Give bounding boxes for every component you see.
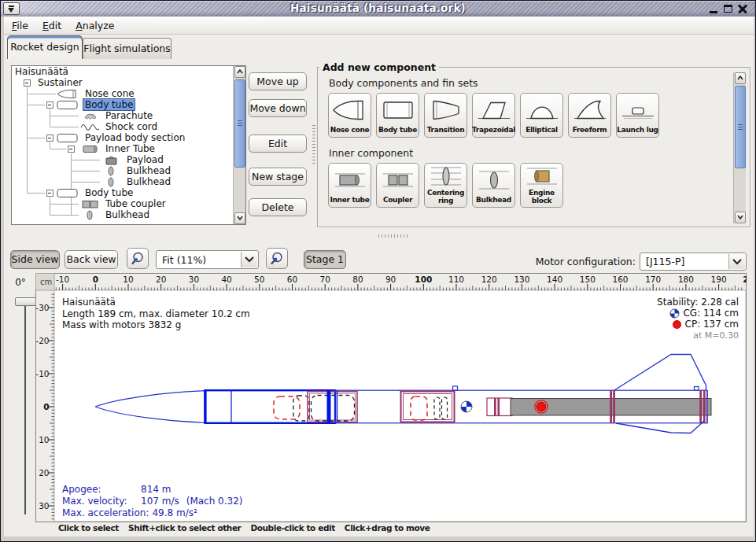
tree-item-shock-cord[interactable]: Shock cord <box>12 121 234 132</box>
tree-scrollbar-thumb[interactable] <box>234 79 245 168</box>
bulkhead-sm-icon <box>79 210 101 220</box>
tree-scrollbar[interactable] <box>233 66 245 224</box>
tree-item-bulkhead[interactable]: Bulkhead <box>12 176 234 187</box>
tree-item-body-tube[interactable]: Body tube <box>12 99 234 110</box>
zoom-level-combo[interactable]: Fit (11%) <box>156 250 259 269</box>
chevron-down-icon[interactable] <box>241 252 257 267</box>
maximize-button[interactable] <box>721 1 735 17</box>
tree-item-haisun-t-[interactable]: Haisunäätä <box>12 66 234 77</box>
component-button-launch-lug[interactable]: Launch lug <box>616 93 659 138</box>
move-down-button[interactable]: Move down <box>249 99 307 117</box>
component-tree-panel: HaisunäätäSustainerNose coneBody tubePar… <box>11 65 246 225</box>
side-view-button[interactable]: Side view <box>10 250 60 269</box>
flight-stat-value: 107 m/s <box>141 496 179 507</box>
expand-collapse-box[interactable] <box>24 79 31 87</box>
tree-item-inner-tube[interactable]: Inner Tube <box>12 143 234 154</box>
tab-rocket-design[interactable]: Rocket design <box>7 35 83 59</box>
tree-item-label: Shock cord <box>104 121 159 132</box>
component-button-inner-tube[interactable]: Inner tube <box>328 163 371 208</box>
menu-analyze[interactable]: Analyze <box>68 17 121 31</box>
delete-button[interactable]: Delete <box>249 198 307 216</box>
scroll-up-button[interactable] <box>735 72 746 84</box>
component-button-body-tube[interactable]: Body tube <box>376 93 419 138</box>
transition-icon <box>428 94 464 126</box>
tab-flight-simulations[interactable]: Flight simulations <box>83 38 171 59</box>
nose-cone-sm-icon <box>57 89 79 99</box>
svg-text:-10: -10 <box>35 369 49 378</box>
expand-collapse-box[interactable] <box>68 146 75 153</box>
expand-collapse-box[interactable] <box>46 135 53 142</box>
move-up-button[interactable]: Move up <box>249 72 307 90</box>
component-button-freeform[interactable]: Freeform <box>568 93 611 138</box>
scroll-down-button[interactable] <box>735 212 746 223</box>
expand-collapse-box[interactable] <box>46 101 53 109</box>
rotation-slider-thumb[interactable] <box>15 297 36 306</box>
component-button-transition[interactable]: Transition <box>424 93 467 138</box>
palette-scrollbar[interactable] <box>733 72 746 223</box>
stability-value: Stability: 2.28 cal <box>657 297 739 308</box>
section-label: Body components and fin sets <box>329 77 750 89</box>
tree-item-payload[interactable]: Payload <box>12 154 234 165</box>
svg-text:-10: -10 <box>56 275 69 284</box>
inner-tube-icon <box>332 164 368 196</box>
component-button-bulkhead[interactable]: Bulkhead <box>472 163 515 208</box>
svg-text:10: 10 <box>123 275 133 284</box>
motor-configuration-combo[interactable]: [J115-P] <box>640 253 747 271</box>
menu-file[interactable]: File <box>5 17 35 31</box>
svg-text:110: 110 <box>448 275 464 284</box>
tree-item-label: Bulkhead <box>125 165 172 176</box>
svg-text:200: 200 <box>743 275 747 284</box>
scroll-up-button[interactable] <box>234 66 245 78</box>
cg-icon <box>669 308 680 319</box>
tree-item-label: Payload body section <box>83 132 186 143</box>
component-button-elliptical[interactable]: Elliptical <box>520 93 563 138</box>
minimize-button[interactable] <box>707 1 721 17</box>
component-button-trapezoidal[interactable]: Trapezoidal <box>472 93 515 138</box>
svg-text:150: 150 <box>580 275 596 284</box>
tree-item-bulkhead[interactable]: Bulkhead <box>12 209 234 220</box>
back-view-button[interactable]: Back view <box>65 250 118 269</box>
svg-text:20: 20 <box>156 275 166 284</box>
titlebar[interactable]: Haisunäätä (haisunaata.ork) <box>1 1 755 17</box>
component-button-nose-cone[interactable]: Nose cone <box>328 93 371 138</box>
zoom-out-button[interactable] <box>127 248 149 269</box>
tree-item-sustainer[interactable]: Sustainer <box>12 77 234 88</box>
edit-button[interactable]: Edit <box>249 135 307 153</box>
tree-item-tube-coupler[interactable]: Tube coupler <box>12 198 234 209</box>
new-stage-button[interactable]: New stage <box>249 168 307 186</box>
stage-1-button[interactable]: Stage 1 <box>304 250 346 269</box>
tree-item-parachute[interactable]: Parachute <box>12 110 234 121</box>
tree-item-label: Inner Tube <box>104 143 157 154</box>
component-button-coupler[interactable]: Coupler <box>376 163 419 208</box>
svg-text:160: 160 <box>612 275 628 284</box>
rotation-slider-track[interactable] <box>24 306 26 514</box>
trapezoidal-icon <box>476 94 512 126</box>
tree-item-body-tube[interactable]: Body tube <box>12 187 234 198</box>
add-component-groupbox: Body components and fin setsNose coneBod… <box>317 67 750 227</box>
svg-text:-20: -20 <box>35 336 49 345</box>
palette-scrollbar-thumb[interactable] <box>735 86 746 168</box>
tree-item-label: Nose cone <box>83 88 136 99</box>
expand-collapse-box[interactable] <box>46 190 53 197</box>
zoom-in-button[interactable] <box>266 248 288 269</box>
section-label: Inner component <box>329 147 750 159</box>
bulkhead-sm-icon <box>101 177 123 187</box>
component-button-engine-block[interactable]: Engine block <box>520 163 563 208</box>
tree-item-nose-cone[interactable]: Nose cone <box>12 88 234 99</box>
window-menu-icon[interactable] <box>3 2 20 15</box>
component-button-centering-ring[interactable]: Centering ring <box>424 163 467 208</box>
tree-item-payload-body-section[interactable]: Payload body section <box>12 132 234 143</box>
vertical-splitter[interactable] <box>312 125 315 164</box>
svg-text:70: 70 <box>320 275 330 284</box>
menu-edit[interactable]: Edit <box>35 17 68 31</box>
flight-stat-row: Max. velocity:107 m/s(Mach 0.32) <box>62 496 243 507</box>
close-button[interactable] <box>736 1 750 17</box>
body-tube-icon <box>380 94 416 126</box>
tree-item-bulkhead[interactable]: Bulkhead <box>12 165 234 176</box>
vertical-ruler: -30-20-100102030 <box>35 294 54 519</box>
svg-text:50: 50 <box>254 275 264 284</box>
scroll-down-button[interactable] <box>234 212 245 224</box>
chevron-down-icon[interactable] <box>728 254 745 269</box>
component-button-label: Inner tube <box>330 196 369 207</box>
horizontal-splitter[interactable] <box>378 234 410 238</box>
